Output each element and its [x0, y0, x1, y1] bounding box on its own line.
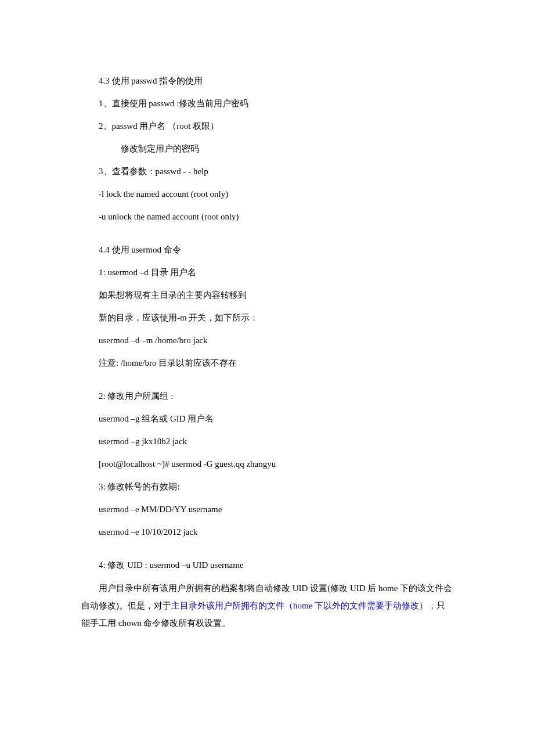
body-line: 4: 修改 UID : usermod –u UID username: [81, 554, 453, 577]
body-line: usermod –e MM/DD/YY username: [81, 498, 453, 521]
body-line: usermod –e 10/10/2012 jack: [81, 521, 453, 543]
blank-line: [81, 543, 453, 554]
body-line: 新的目录，应该使用-m 开关，如下所示：: [81, 307, 453, 329]
body-line: 2、passwd 用户名 （root 权限）: [81, 115, 453, 138]
blank-line: [81, 375, 453, 385]
section-heading: 4.3 使用 passwd 指令的使用: [81, 70, 453, 92]
body-line: 注意: /home/bro 目录以前应该不存在: [81, 352, 453, 375]
body-line: 2: 修改用户所属组 :: [81, 385, 453, 408]
body-line: 3、查看参数：passwd - - help: [81, 160, 453, 183]
body-line: [root@localhost ~]# usermod -G guest,qq …: [81, 453, 453, 476]
section-heading: 4.4 使用 usermod 命令: [81, 239, 453, 261]
body-line: usermod –d –m /home/bro jack: [81, 329, 453, 352]
body-line: 1、直接使用 passwd :修改当前用户密码: [81, 92, 453, 115]
body-line: usermod –g 组名或 GID 用户名: [81, 408, 453, 430]
body-line: 如果想将现有主目录的主要内容转移到: [81, 284, 453, 307]
body-line: -l lock the named account (root only): [81, 183, 453, 206]
body-line: 3: 修改帐号的有效期:: [81, 476, 453, 498]
body-line: 修改制定用户的密码: [81, 138, 453, 160]
paragraph: 用户目录中所有该用户所拥有的档案都将自动修改 UID 设置(修改 UID 后 h…: [81, 579, 453, 632]
highlighted-text: 主目录外该用户所拥有的文件（home 下以外的文件需要手动修改）: [171, 601, 428, 610]
blank-line: [81, 228, 453, 239]
document-body: 4.3 使用 passwd 指令的使用 1、直接使用 passwd :修改当前用…: [81, 70, 453, 632]
body-line: -u unlock the named account (root only): [81, 206, 453, 228]
body-line: 1: usermod –d 目录 用户名: [81, 261, 453, 284]
body-line: usermod –g jkx10b2 jack: [81, 430, 453, 453]
